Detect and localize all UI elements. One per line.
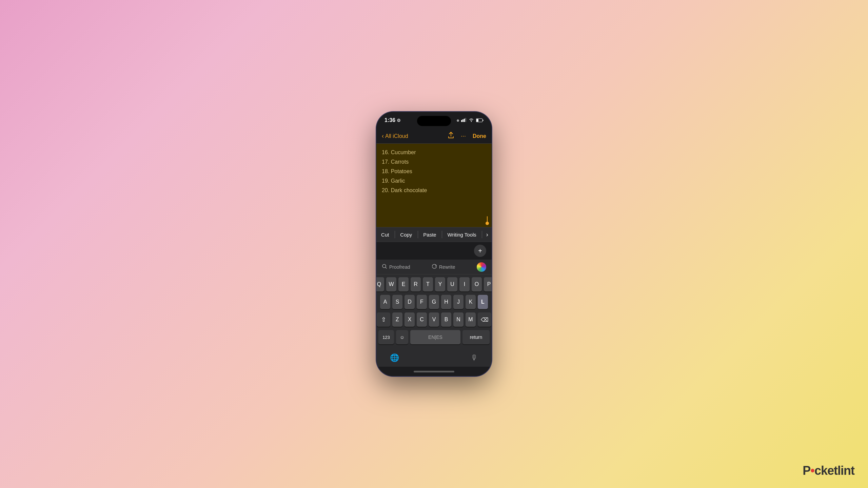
copy-button[interactable]: Copy [396, 229, 416, 240]
separator-2 [418, 231, 418, 238]
svg-rect-0 [461, 120, 462, 122]
key-j[interactable]: J [453, 295, 463, 309]
note-line-18: 18. Potatoes [382, 167, 486, 176]
cut-button[interactable]: Cut [377, 229, 393, 240]
emoji-key[interactable]: ☺ [396, 330, 408, 344]
svg-rect-1 [462, 119, 463, 122]
back-chevron-icon: ‹ [382, 133, 384, 140]
proofread-button[interactable]: Proofread [382, 264, 410, 270]
rewrite-button[interactable]: Rewrite [432, 264, 455, 270]
separator-4 [482, 231, 482, 238]
share-icon[interactable] [448, 132, 454, 140]
key-x[interactable]: X [405, 312, 415, 327]
bottom-bar: 🌐 🎙 [376, 349, 492, 367]
key-u[interactable]: U [447, 277, 457, 291]
key-row-3: ⇧ Z X C V B N M ⌫ [378, 312, 490, 327]
proofread-label: Proofread [389, 264, 410, 270]
battery-icon [476, 118, 484, 122]
globe-icon[interactable]: 🌐 [390, 353, 399, 362]
status-left: 1:36 ⚙ [384, 117, 401, 123]
numbers-key[interactable]: 123 [378, 330, 394, 344]
cursor-dot [486, 222, 489, 225]
key-y[interactable]: Y [435, 277, 445, 291]
svg-point-4 [471, 121, 472, 122]
key-i[interactable]: I [459, 277, 470, 291]
svg-rect-2 [464, 119, 465, 122]
add-button[interactable]: + [474, 245, 486, 257]
note-line-20: 20. Dark chocolate [382, 186, 486, 195]
svg-rect-6 [476, 119, 478, 122]
back-label: All iCloud [385, 133, 408, 139]
return-key[interactable]: return [462, 330, 490, 344]
key-b[interactable]: B [441, 312, 451, 327]
separator-3 [442, 231, 442, 238]
key-g[interactable]: G [429, 295, 439, 309]
svg-line-9 [386, 267, 387, 268]
signal-icon [461, 118, 467, 123]
plus-area: + [376, 242, 492, 260]
dynamic-island [417, 116, 451, 126]
notes-content[interactable]: 16. Cucumber 17. Carrots 18. Potatoes 19… [376, 144, 492, 227]
nav-actions: ··· Done [448, 132, 486, 140]
key-l[interactable]: L [478, 295, 488, 309]
key-row-1: Q W E R T Y U I O P [378, 277, 490, 291]
key-q[interactable]: Q [376, 277, 384, 291]
status-time: 1:36 [384, 117, 395, 123]
home-indicator [376, 367, 492, 376]
note-line-19: 19. Garlic [382, 176, 486, 186]
done-button[interactable]: Done [473, 133, 486, 139]
separator-1 [395, 231, 395, 238]
shift-key[interactable]: ⇧ [377, 312, 390, 327]
keyboard: Q W E R T Y U I O P A S D F G H J K L ⇧ … [376, 274, 492, 349]
mic-icon[interactable]: 🎙 [471, 353, 478, 362]
key-k[interactable]: K [466, 295, 476, 309]
proofread-icon [382, 264, 387, 270]
rewrite-icon [432, 264, 437, 270]
key-d[interactable]: D [405, 295, 415, 309]
gear-icon: ⚙ [397, 118, 401, 123]
key-row-2: A S D F G H J K L [378, 295, 490, 309]
pocketlint-logo: P•cketlint [803, 464, 854, 478]
context-menu: Cut Copy Paste Writing Tools › [376, 227, 492, 242]
ai-tools-button[interactable] [477, 262, 486, 272]
wifi-icon [469, 118, 474, 123]
key-a[interactable]: A [380, 295, 390, 309]
key-h[interactable]: H [441, 295, 451, 309]
writing-tools-bar: Proofread Rewrite [376, 260, 492, 274]
bluetooth-icon: ⌾ [457, 118, 459, 122]
key-f[interactable]: F [417, 295, 427, 309]
svg-rect-3 [465, 118, 466, 122]
more-icon[interactable]: ··· [461, 133, 466, 140]
key-s[interactable]: S [392, 295, 402, 309]
space-key[interactable]: EN|ES [410, 330, 460, 344]
paste-button[interactable]: Paste [419, 229, 440, 240]
writing-tools-button[interactable]: Writing Tools [443, 229, 480, 240]
key-r[interactable]: R [411, 277, 421, 291]
key-e[interactable]: E [398, 277, 409, 291]
key-n[interactable]: N [453, 312, 463, 327]
key-p[interactable]: P [484, 277, 492, 291]
key-t[interactable]: T [423, 277, 433, 291]
more-options-button[interactable]: › [484, 228, 491, 241]
pocketlint-dot: • [810, 464, 814, 477]
key-m[interactable]: M [466, 312, 476, 327]
note-line-17: 17. Carrots [382, 157, 486, 167]
nav-bar: ‹ All iCloud ··· Done [376, 129, 492, 144]
delete-key[interactable]: ⌫ [478, 312, 491, 327]
rewrite-label: Rewrite [439, 264, 455, 270]
home-bar [414, 371, 454, 372]
back-button[interactable]: ‹ All iCloud [382, 133, 408, 140]
key-row-4: 123 ☺ EN|ES return [378, 330, 490, 344]
svg-rect-7 [483, 120, 484, 121]
key-z[interactable]: Z [392, 312, 402, 327]
status-right: ⌾ [457, 118, 484, 123]
key-w[interactable]: W [386, 277, 396, 291]
key-c[interactable]: C [417, 312, 427, 327]
key-o[interactable]: O [472, 277, 482, 291]
phone-frame: 1:36 ⚙ ⌾ ‹ [376, 112, 492, 376]
note-line-16: 16. Cucumber [382, 148, 486, 157]
key-v[interactable]: V [429, 312, 439, 327]
